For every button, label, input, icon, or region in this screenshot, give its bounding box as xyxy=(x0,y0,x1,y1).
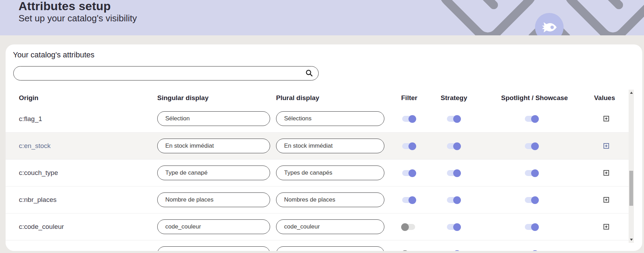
plural-display-input[interactable] xyxy=(276,192,384,207)
column-header-strategy: Strategy xyxy=(441,94,467,102)
attributes-setup-page: Attributes setup Set up your catalog's v… xyxy=(0,0,644,253)
table-row: c:couch_type xyxy=(6,159,629,186)
note-tag-icon xyxy=(571,0,644,34)
page-header: Attributes setup Set up your catalog's v… xyxy=(0,0,644,35)
plus-square-icon xyxy=(603,224,609,230)
origin-label: c:couch_type xyxy=(19,169,58,177)
search-icon[interactable] xyxy=(305,69,313,77)
page-subtitle: Set up your catalog's visibility xyxy=(19,13,137,24)
column-header-spotlight: Spotlight / Showcase xyxy=(501,94,568,102)
plus-square-icon xyxy=(603,170,609,176)
scroll-up-arrow-icon[interactable] xyxy=(629,90,634,95)
table-row: c:en_stock xyxy=(6,132,629,159)
values-expand-button[interactable] xyxy=(602,114,610,123)
scrollbar-thumb[interactable] xyxy=(629,171,633,206)
toggle-knob xyxy=(401,223,409,231)
note-tag-icon xyxy=(446,0,530,34)
column-header-values: Values xyxy=(594,94,615,102)
singular-display-input[interactable] xyxy=(157,139,270,153)
filter-toggle[interactable] xyxy=(402,224,415,230)
filter-toggle[interactable] xyxy=(402,116,415,122)
origin-label: c:flag_1 xyxy=(19,115,42,123)
toggle-knob xyxy=(401,250,409,251)
attributes-table-body: c:flag_1 c:en_stock c:couch_type xyxy=(6,105,629,251)
table-row: c:code_couleur xyxy=(6,213,629,240)
plural-display-input[interactable] xyxy=(276,246,384,251)
spotlight-toggle[interactable] xyxy=(525,197,538,203)
values-expand-button[interactable] xyxy=(602,250,610,251)
toggle-knob xyxy=(453,142,461,150)
filter-toggle[interactable] xyxy=(402,197,415,203)
plural-display-input[interactable] xyxy=(276,219,384,234)
toggle-knob xyxy=(408,142,416,150)
toggle-knob xyxy=(408,115,416,123)
plus-square-icon xyxy=(603,116,609,121)
search-input[interactable] xyxy=(13,66,319,80)
singular-display-input[interactable] xyxy=(157,111,270,126)
toggle-knob xyxy=(531,250,539,251)
column-header-singular: Singular display xyxy=(157,94,209,102)
toggle-knob xyxy=(531,115,539,123)
card-heading: Your catalog's attributes xyxy=(13,50,94,59)
origin-label: c:nbr_places xyxy=(19,196,57,204)
strategy-toggle[interactable] xyxy=(447,170,460,176)
column-header-origin: Origin xyxy=(19,94,38,102)
values-expand-button[interactable] xyxy=(602,142,610,150)
rocket-icon xyxy=(535,13,564,35)
toggle-knob xyxy=(408,169,416,177)
toggle-knob xyxy=(408,196,416,204)
plural-display-input[interactable] xyxy=(276,166,384,180)
column-header-plural: Plural display xyxy=(276,94,319,102)
toggle-knob xyxy=(531,169,539,177)
search-bar xyxy=(13,66,319,80)
toggle-knob xyxy=(531,196,539,204)
page-title: Attributes setup xyxy=(19,0,111,13)
filter-toggle[interactable] xyxy=(402,143,415,149)
toggle-knob xyxy=(531,223,539,231)
toggle-knob xyxy=(453,196,461,204)
table-row: c:flag_1 xyxy=(6,105,629,132)
toggle-knob xyxy=(453,250,461,251)
strategy-toggle[interactable] xyxy=(447,116,460,122)
plus-square-icon xyxy=(603,197,609,203)
values-expand-button[interactable] xyxy=(602,196,610,204)
origin-label: c:code_couleur xyxy=(19,223,64,231)
table-scrollbar[interactable] xyxy=(629,90,634,243)
table-header-row: Origin Singular display Plural display F… xyxy=(6,94,629,105)
singular-display-input[interactable] xyxy=(157,246,270,251)
origin-label: c:en_stock xyxy=(19,142,51,150)
filter-toggle[interactable] xyxy=(402,170,415,176)
singular-display-input[interactable] xyxy=(157,219,270,234)
scroll-down-arrow-icon[interactable] xyxy=(629,237,634,242)
values-expand-button[interactable] xyxy=(602,223,610,231)
spotlight-toggle[interactable] xyxy=(525,143,538,149)
toggle-knob xyxy=(453,115,461,123)
column-header-filter: Filter xyxy=(401,94,417,102)
toggle-knob xyxy=(453,223,461,231)
strategy-toggle[interactable] xyxy=(447,197,460,203)
singular-display-input[interactable] xyxy=(157,166,270,180)
attributes-card: Your catalog's attributes Origin Singula… xyxy=(6,44,642,251)
toggle-knob xyxy=(453,169,461,177)
plus-square-icon xyxy=(603,143,609,149)
strategy-toggle[interactable] xyxy=(447,224,460,230)
table-row xyxy=(6,240,629,251)
toggle-knob xyxy=(531,142,539,150)
strategy-toggle[interactable] xyxy=(447,143,460,149)
spotlight-toggle[interactable] xyxy=(525,116,538,122)
table-row: c:nbr_places xyxy=(6,186,629,213)
values-expand-button[interactable] xyxy=(602,169,610,177)
spotlight-toggle[interactable] xyxy=(525,170,538,176)
plural-display-input[interactable] xyxy=(276,139,384,153)
plural-display-input[interactable] xyxy=(276,111,384,126)
singular-display-input[interactable] xyxy=(157,192,270,207)
spotlight-toggle[interactable] xyxy=(525,224,538,230)
